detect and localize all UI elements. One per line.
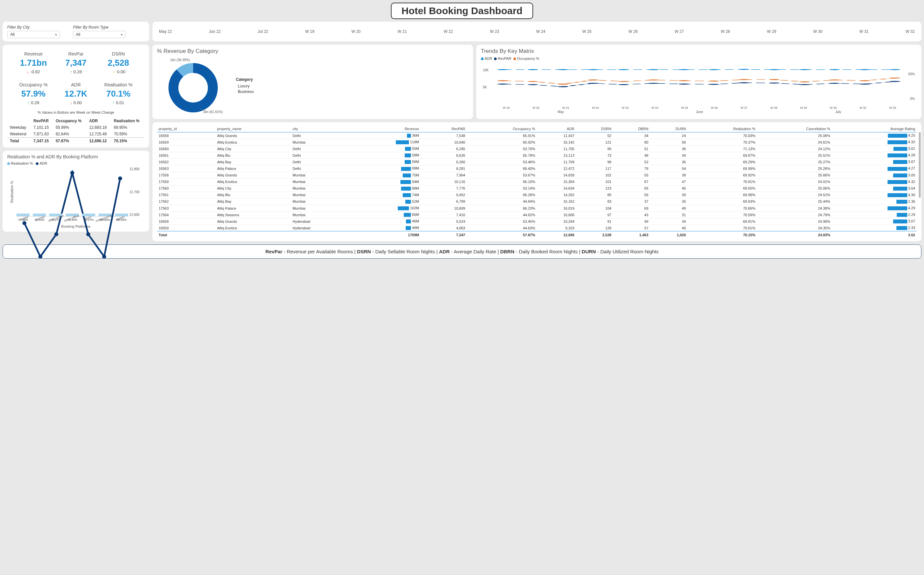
filter-city-select[interactable]: All ▾: [7, 31, 60, 38]
platform-right-tick: 12,800: [129, 167, 144, 171]
table-row: Weekday7,101.1555.99%12,683.1869.95%: [7, 124, 144, 131]
svg-point-15: [588, 69, 599, 70]
platform-right-tick: 12,600: [129, 213, 144, 216]
table-row: Weekend7,971.6362.64%12,725.4970.59%: [7, 131, 144, 138]
scrollbar-thumb[interactable]: [919, 132, 921, 198]
donut-chart: 1bn (38.39%) 1bn (61.61%): [157, 57, 229, 116]
platform-right-tick: 12,700: [129, 190, 144, 194]
timeline-item[interactable]: W 30: [813, 29, 823, 34]
svg-point-12: [497, 69, 508, 70]
table-row[interactable]: 18559Atliq ExoticaHyderabad 48M4,06344.6…: [157, 225, 917, 231]
svg-point-31: [648, 83, 659, 84]
svg-point-43: [588, 79, 599, 81]
table-row[interactable]: 18558Atliq GrandsHyderabad 46M5,52453.45…: [157, 218, 917, 225]
table-row[interactable]: 17561Atliq BluMumbai 74M9,45266.28%14,26…: [157, 192, 917, 198]
column-header[interactable]: Cancellation %: [757, 125, 832, 132]
svg-point-46: [678, 80, 689, 81]
chevron-down-icon: ▾: [121, 33, 122, 37]
table-row[interactable]: 17560Atliq CityMumbai 88M7,77653.14%14,6…: [157, 185, 917, 192]
booking-platform-card: Realisation % and ADR By Booking Platfor…: [3, 151, 149, 232]
svg-point-18: [678, 69, 689, 70]
svg-point-48: [739, 79, 749, 80]
svg-point-44: [618, 81, 629, 82]
timeline-item[interactable]: W 32: [906, 29, 915, 34]
column-header[interactable]: city: [291, 125, 349, 132]
svg-point-26: [497, 83, 508, 84]
table-row[interactable]: 17558Atliq GrandsMumbai 75M7,96453.67%14…: [157, 172, 917, 178]
property-table[interactable]: property_idproperty_namecityRevenueRevPA…: [157, 125, 917, 238]
column-header[interactable]: DSRN: [576, 125, 613, 132]
table-row[interactable]: 16559Atliq ExoticaMumbai 118M10,64065.92…: [157, 139, 917, 146]
kpi-delta: ↑ 0.28: [56, 69, 95, 74]
column-header[interactable]: DBRN: [613, 125, 650, 132]
kpi-value: 1.71bn: [14, 58, 53, 68]
platform-chart-title: Realisation % and ADR By Booking Platfor…: [7, 154, 144, 159]
table-row[interactable]: 16560Atliq CityDelhi 55M6,28553.70%11,70…: [157, 146, 917, 152]
timeline-item[interactable]: Jun 22: [209, 29, 221, 34]
column-header[interactable]: RevPAR: [421, 125, 467, 132]
svg-point-20: [739, 69, 749, 70]
glossary-bar: RevPar - Revenue per Available Rooms | D…: [3, 245, 921, 259]
column-header[interactable]: Revenue: [348, 125, 420, 132]
timeline-item[interactable]: W 21: [398, 29, 407, 34]
table-row[interactable]: 17563Atliq PalaceMumbai 102M10,60966.23%…: [157, 205, 917, 211]
table-row[interactable]: 17564Atliq SeasonsMumbai 66M7,41044.62%1…: [157, 211, 917, 218]
kpi-value: 12.7K: [56, 89, 95, 99]
filter-room-label: Filter By Room Type: [73, 25, 125, 30]
chevron-down-icon: ▾: [55, 33, 57, 37]
timeline-item[interactable]: W 26: [628, 29, 637, 34]
svg-point-3: [70, 171, 74, 175]
platform-legend: Realisation % ADR: [7, 161, 144, 165]
table-row[interactable]: 16562Atliq BayDelhi 56M6,26053.46%11,709…: [157, 159, 917, 165]
svg-point-32: [678, 83, 689, 84]
table-row[interactable]: 17562Atliq BayMumbai 52M6,79944.84%15,16…: [157, 198, 917, 205]
filter-room-select[interactable]: All ▾: [73, 31, 125, 38]
timeline-item[interactable]: W 31: [859, 29, 869, 34]
column-header[interactable]: Occupancy %: [467, 125, 537, 132]
filter-city-label: Filter By City: [7, 25, 60, 30]
timeline-item[interactable]: W 20: [352, 29, 361, 34]
trend-left-tick: 5K: [483, 86, 487, 89]
svg-point-33: [708, 84, 719, 85]
svg-text:1bn (61.61%): 1bn (61.61%): [203, 110, 223, 114]
timeline-item[interactable]: May 22: [159, 29, 172, 34]
svg-point-45: [648, 79, 659, 81]
table-row[interactable]: 16558Atliq GrandsDelhi 36M7,53865.91%11,…: [157, 132, 917, 139]
page-title: Hotel Booking Dashboard: [391, 3, 533, 19]
donut-legend-title: Category: [236, 77, 254, 82]
svg-point-25: [890, 69, 900, 70]
timeline-item[interactable]: W 24: [536, 29, 545, 34]
timeline-item[interactable]: W 19: [305, 29, 314, 34]
timeline-item[interactable]: W 23: [490, 29, 499, 34]
svg-point-14: [558, 69, 568, 70]
table-row[interactable]: 16561Atliq BluDelhi 58M8,62665.78%13,113…: [157, 152, 917, 159]
weekday-weekend-table: RevPAROccupancy %ADRRealisation % Weekda…: [7, 118, 144, 144]
column-header[interactable]: DURN: [650, 125, 688, 132]
timeline-item[interactable]: W 27: [675, 29, 684, 34]
column-header[interactable]: Average Rating: [832, 125, 917, 132]
timeline-item[interactable]: W 28: [721, 29, 730, 34]
table-total-row: Total7,347.1557.87%12,696.1270.15%: [7, 138, 144, 145]
svg-point-38: [860, 83, 870, 84]
kpi-delta: ↓ 0.00: [56, 100, 95, 105]
svg-text:1bn (38.39%): 1bn (38.39%): [170, 58, 190, 62]
table-row[interactable]: 16563Atliq PalaceDelhi 89M8,28166.40%12,…: [157, 165, 917, 172]
kpi-delta: ↑ 0.01: [99, 100, 138, 105]
svg-point-4: [86, 232, 90, 236]
trends-chart: [481, 62, 917, 105]
svg-point-16: [618, 69, 629, 70]
timeline-item[interactable]: W 22: [444, 29, 453, 34]
column-header[interactable]: ADR: [537, 125, 576, 132]
kpi-label: Revenue: [14, 51, 53, 57]
column-header[interactable]: property_id: [157, 125, 216, 132]
kpi-footnote: % Values in Bottom are Week on Week Chan…: [7, 110, 144, 114]
timeline-item[interactable]: W 29: [767, 29, 776, 34]
svg-point-22: [799, 69, 810, 70]
table-row[interactable]: 17559Atliq ExoticaMumbai 94M10,11666.10%…: [157, 178, 917, 185]
column-header[interactable]: Realisation %: [688, 125, 757, 132]
timeline-item[interactable]: Jul 22: [258, 29, 268, 34]
kpi-delta: ↓ -0.82: [14, 69, 53, 74]
timeline-item[interactable]: W 25: [582, 29, 591, 34]
column-header[interactable]: property_name: [216, 125, 291, 132]
legend-item: Luxury: [236, 84, 254, 88]
